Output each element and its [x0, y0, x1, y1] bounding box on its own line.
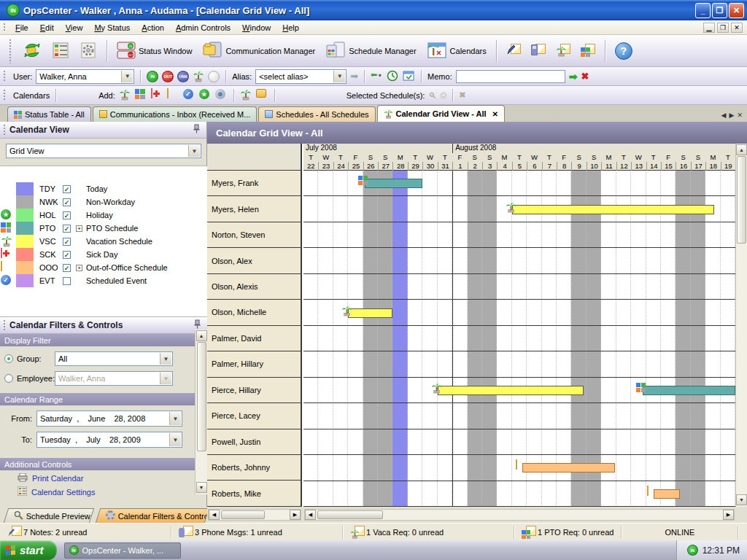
pto-request-button[interactable] [578, 42, 598, 60]
view-select[interactable]: Grid View▼ [6, 144, 201, 158]
calendar-settings-link[interactable]: Calendar Settings [18, 486, 207, 497]
legend-checkbox[interactable] [63, 277, 71, 285]
phone-msgs-status[interactable]: 3 Phone Msgs: 1 unread [171, 526, 343, 539]
menu-help[interactable]: Help [276, 22, 305, 34]
tab-close-icon[interactable]: ✕ [737, 112, 743, 119]
remove-schedule-icon[interactable]: ✖ [459, 90, 465, 100]
employee-row-label[interactable]: Powell, Justin [207, 429, 301, 455]
employee-row-label[interactable]: Olson, Alex [207, 248, 301, 273]
employee-row-label[interactable]: Myers, Helen [207, 196, 301, 222]
mdi-close-button[interactable]: ✕ [731, 23, 743, 33]
legend-checkbox[interactable]: ✓ [63, 185, 71, 193]
add-holiday-icon[interactable]: ★ [199, 89, 212, 101]
vacation-status-icon[interactable] [193, 71, 204, 82]
name-column-scrollbar[interactable]: ◀ ▶ [208, 509, 301, 521]
menu-window[interactable]: Window [236, 22, 276, 34]
scroll-down-icon[interactable]: ▼ [736, 494, 747, 505]
start-button[interactable]: start [0, 540, 57, 560]
clock-icon[interactable] [387, 70, 399, 82]
apply-alias-icon[interactable]: ➡ [350, 71, 358, 82]
scroll-left-icon[interactable]: ◀ [305, 510, 316, 520]
tab-calendar-filters[interactable]: Calendar Filters & Contro [95, 508, 209, 523]
add-vacation-request-icon[interactable] [240, 89, 252, 101]
legend-checkbox[interactable]: ✓ [63, 251, 71, 259]
minimize-button[interactable]: _ [695, 3, 711, 18]
schedule-bar-ooo[interactable] [522, 463, 615, 472]
tab-scroll-right-icon[interactable]: ▶ [729, 112, 735, 119]
chevron-down-icon[interactable]: ▼ [160, 353, 171, 365]
print-schedule-icon[interactable]: ⎙ [440, 90, 446, 100]
memo-send-icon[interactable]: ➡ [569, 71, 578, 82]
status-list-button[interactable] [49, 40, 72, 62]
tab-calendar-grid-view-all[interactable]: Calendar Grid View - All✕ [377, 105, 505, 122]
status-in-icon[interactable]: IN [147, 71, 158, 82]
legend-checkbox[interactable]: ✓ [63, 264, 71, 272]
vacation-requests-status[interactable]: 1 Vaca Req: 0 unread [343, 526, 514, 539]
employee-radio[interactable] [4, 374, 13, 383]
communication-manager-button[interactable]: Communication Manager [199, 39, 318, 63]
employee-row-label[interactable]: Myers, Frank [207, 171, 301, 196]
schedule-bar-pto[interactable] [643, 386, 735, 395]
memo-input[interactable] [456, 70, 565, 83]
status-unknown-icon[interactable]: UNK [177, 71, 189, 82]
scroll-up-icon[interactable]: ▲ [736, 144, 747, 155]
chevron-down-icon[interactable]: ▼ [188, 145, 200, 157]
scroll-right-icon[interactable]: ▶ [290, 510, 301, 520]
to-date-select[interactable]: Tuesday , July 28, 2009▼ [36, 432, 182, 448]
menu-view[interactable]: View [60, 22, 89, 34]
employee-row-label[interactable]: Olson, Michelle [207, 300, 301, 325]
expand-icon[interactable]: + [76, 225, 82, 232]
schedule-bar-vsc[interactable] [438, 386, 584, 395]
mdi-minimize-button[interactable]: ▁ [703, 23, 715, 33]
tray-status-icon[interactable]: IN [687, 545, 698, 556]
employee-select[interactable]: Walker, Anna▼ [55, 371, 173, 386]
restore-button[interactable]: ❐ [712, 3, 727, 18]
legend-checkbox[interactable]: ✓ [63, 225, 71, 233]
employee-row-label[interactable]: Roberts, Mike [207, 481, 301, 506]
taskbar-app-button[interactable]: IN OpsCenter - Walker, ... [64, 542, 181, 559]
employee-row-label[interactable]: Pierce, Lacey [207, 403, 301, 429]
add-ooo-icon[interactable] [167, 89, 179, 101]
from-date-select[interactable]: Saturday , June 28, 2008▼ [36, 411, 182, 427]
status-window-button[interactable]: IN OUTStatus Window [114, 39, 195, 63]
menu-action[interactable]: Action [136, 22, 170, 34]
tab-status-table-all[interactable]: Status Table - All [7, 106, 91, 122]
filters-scrollbar[interactable]: ▲ ▼ [195, 330, 207, 494]
employee-row-label[interactable]: Olson, Alexis [207, 274, 301, 300]
schedule-manager-button[interactable]: Schedule Manager [322, 39, 419, 63]
print-calendar-link[interactable]: Print Calendar [18, 473, 207, 483]
chevron-down-icon[interactable]: ▼ [169, 433, 181, 446]
calendars-button[interactable]: Calendars [424, 39, 489, 63]
mdi-restore-button[interactable]: ❐ [717, 23, 729, 33]
notes-status[interactable]: 7 Notes: 2 unread [0, 526, 171, 539]
employee-row-label[interactable]: Roberts, Johnny [207, 455, 301, 481]
add-sick-icon[interactable] [151, 89, 163, 101]
pto-requests-status[interactable]: 1 PTO Req: 0 unread [514, 526, 622, 539]
scroll-right-icon[interactable]: ▶ [723, 510, 734, 520]
chevron-down-icon[interactable]: ▼ [333, 71, 345, 82]
tab-scroll-left-icon[interactable]: ◀ [721, 112, 727, 119]
grid-horizontal-scrollbar[interactable]: ◀ ▶ [304, 509, 735, 521]
new-note-button[interactable] [503, 42, 524, 60]
status-blank-icon[interactable] [208, 71, 220, 82]
zoom-schedule-icon[interactable]: 🔍︎ [428, 91, 436, 100]
add-schedule-icon[interactable] [256, 89, 268, 101]
schedule-bar-vsc[interactable] [512, 205, 715, 214]
group-select[interactable]: All▼ [55, 351, 173, 366]
assign-icon[interactable]: ⬅▼ [371, 70, 383, 82]
chevron-down-icon[interactable]: ▼ [121, 71, 133, 82]
menu-file[interactable]: File [9, 22, 34, 34]
gear-button[interactable] [77, 40, 100, 62]
schedule-bar-pto[interactable] [365, 179, 423, 188]
alias-select[interactable]: <select alias>▼ [255, 69, 347, 84]
menu-edit[interactable]: Edit [34, 22, 60, 34]
memo-clear-icon[interactable]: ✖ [581, 71, 589, 82]
scroll-down-icon[interactable]: ▼ [196, 482, 207, 493]
group-radio[interactable] [4, 354, 13, 363]
legend-checkbox[interactable]: ✓ [63, 198, 71, 206]
menu-admin-controls[interactable]: Admin Controls [170, 22, 236, 34]
legend-checkbox[interactable]: ✓ [63, 238, 71, 246]
phone-message-button[interactable] [528, 42, 549, 60]
add-global-icon[interactable]: ◍ [215, 89, 228, 101]
schedule-bar-vsc[interactable] [348, 308, 392, 318]
